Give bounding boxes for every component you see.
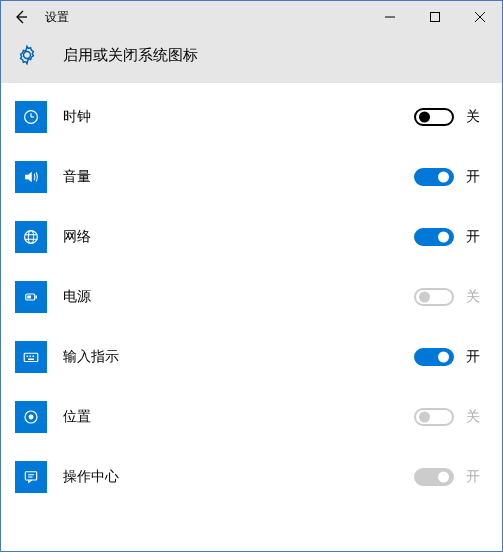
svg-point-21 [29,415,34,420]
setting-row-network: 网络开 [1,213,502,261]
svg-rect-2 [430,13,439,22]
toggle-knob [438,352,449,363]
setting-row-volume: 音量开 [1,153,502,201]
network-icon [15,221,47,253]
keyboard-icon [15,341,47,373]
svg-point-9 [28,231,33,244]
toggle-knob [438,472,449,483]
setting-label-clock: 时钟 [63,108,414,126]
toggle-state-text-volume: 开 [466,168,484,186]
svg-rect-15 [24,353,38,361]
back-arrow-icon [13,9,29,25]
toggle-knob [419,112,430,123]
toggle-volume[interactable] [414,168,454,186]
setting-label-ime: 输入指示 [63,348,414,366]
system-icons-list: 时钟关音量开网络开电源关输入指示开位置关操作中心开 [1,83,502,551]
setting-label-power: 电源 [63,288,414,306]
settings-window: 设置 [0,0,503,552]
location-icon [15,401,47,433]
toggle-state-text-clock: 关 [466,108,484,126]
power-icon [15,281,47,313]
volume-icon [15,161,47,193]
setting-label-location: 位置 [63,408,414,426]
settings-gear-icon [15,43,39,67]
titlebar: 设置 [1,1,502,33]
toggle-knob [438,172,449,183]
toggle-action [414,468,454,486]
setting-row-ime: 输入指示开 [1,333,502,381]
toggle-knob [438,232,449,243]
toggle-location [414,408,454,426]
window-title: 设置 [45,9,69,26]
window-controls [367,1,502,33]
toggle-ime[interactable] [414,348,454,366]
svg-rect-19 [28,359,34,361]
toggle-knob [419,412,430,423]
toggle-state-text-action: 开 [466,468,484,486]
svg-rect-13 [27,296,31,299]
page-title: 启用或关闭系统图标 [63,46,198,65]
svg-rect-14 [36,296,38,299]
setting-label-network: 网络 [63,228,414,246]
setting-row-clock: 时钟关 [1,93,502,141]
setting-label-volume: 音量 [63,168,414,186]
close-button[interactable] [457,1,502,33]
setting-row-power: 电源关 [1,273,502,321]
toggle-network[interactable] [414,228,454,246]
svg-rect-18 [33,356,35,358]
toggle-state-text-ime: 开 [466,348,484,366]
setting-row-location: 位置关 [1,393,502,441]
svg-rect-22 [25,472,36,480]
back-button[interactable] [1,1,41,33]
svg-point-8 [25,231,38,244]
close-icon [475,12,485,22]
page-header: 启用或关闭系统图标 [1,33,502,83]
toggle-clock[interactable] [414,108,454,126]
setting-row-action: 操作中心开 [1,453,502,501]
toggle-state-text-network: 开 [466,228,484,246]
clock-icon [15,101,47,133]
maximize-button[interactable] [412,1,457,33]
minimize-icon [385,12,395,22]
toggle-knob [419,292,430,303]
toggle-state-text-power: 关 [466,288,484,306]
toggle-state-text-location: 关 [466,408,484,426]
svg-rect-17 [30,356,32,358]
svg-rect-16 [27,356,29,358]
action-icon [15,461,47,493]
toggle-power [414,288,454,306]
setting-label-action: 操作中心 [63,468,414,486]
maximize-icon [430,12,440,22]
minimize-button[interactable] [367,1,412,33]
